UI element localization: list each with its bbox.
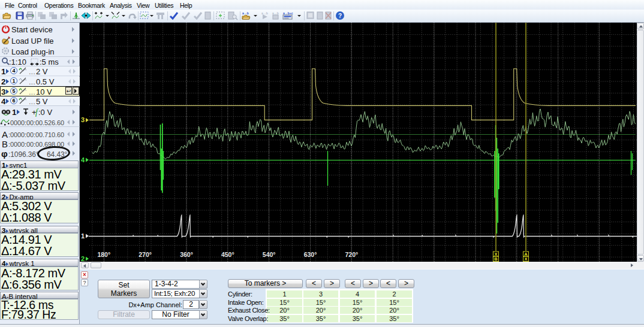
svg-text:720°: 720° [345, 251, 359, 258]
svg-text:a→b: a→b [242, 11, 249, 15]
svg-text:4: 4 [81, 156, 85, 164]
svg-text:a→b: a→b [272, 11, 279, 15]
svg-text:3: 3 [81, 116, 85, 123]
svg-text:450°: 450° [221, 251, 234, 258]
svg-text:2: 2 [81, 255, 85, 262]
svg-text:360°: 360° [180, 251, 193, 258]
svg-text:540°: 540° [263, 251, 276, 258]
svg-text:630°: 630° [304, 251, 317, 258]
svg-text:1: 1 [81, 232, 85, 240]
svg-text:?: ? [338, 13, 342, 19]
svg-text:X: X [524, 256, 527, 262]
svg-text:a→b: a→b [261, 11, 268, 15]
svg-text:B: B [494, 256, 498, 262]
svg-text:270°: 270° [139, 251, 152, 258]
svg-text:a→b+c: a→b+c [283, 11, 293, 15]
svg-text:180°: 180° [97, 251, 110, 258]
